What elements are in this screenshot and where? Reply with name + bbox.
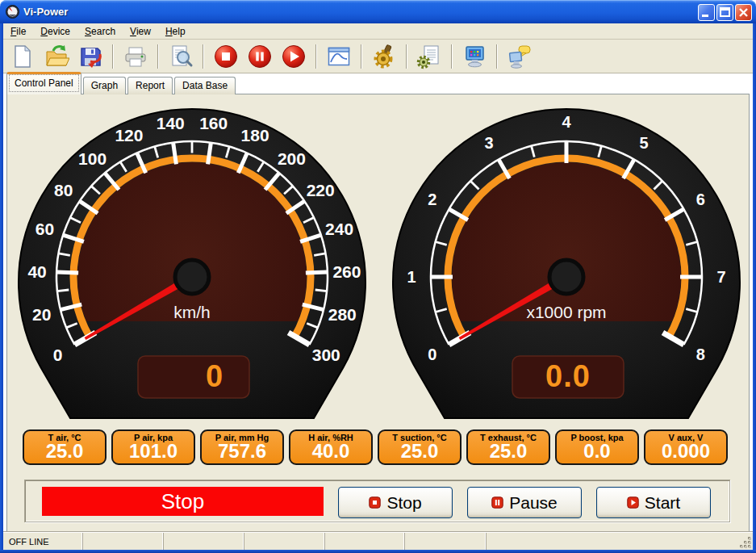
svg-text:300: 300	[312, 346, 340, 364]
toolbar-separator	[496, 44, 498, 69]
gauge-digital-display	[138, 356, 249, 398]
start-button[interactable]: Start	[596, 487, 711, 518]
gauge-display-value: 0.0	[545, 359, 591, 393]
svg-text:5: 5	[639, 134, 648, 152]
monitor-icon	[462, 44, 487, 69]
gauge-hub	[549, 260, 583, 294]
gauge-display-value: 0	[206, 359, 223, 393]
pause-record-button[interactable]	[245, 42, 274, 71]
tab-report[interactable]: Report	[127, 77, 173, 94]
svg-text:2: 2	[428, 191, 436, 208]
sensor-p-boost: P boost, kpa0.0	[555, 429, 639, 465]
pause-button-icon	[491, 496, 503, 509]
stop-button[interactable]: Stop	[338, 487, 453, 518]
status-panel	[405, 533, 487, 551]
svg-text:240: 240	[325, 220, 353, 238]
sensor-t-air: T air, °C25.0	[23, 429, 107, 465]
sensor-p-air-kpa: P air, kpa101.0	[111, 429, 195, 465]
svg-text:4: 4	[562, 113, 571, 131]
computer-chat-icon	[507, 44, 533, 69]
gauge-hub	[175, 260, 209, 294]
toolbar-separator	[406, 44, 407, 69]
menu-bar: File Device Search View Help	[3, 23, 753, 40]
print-preview-button[interactable]	[166, 42, 195, 71]
menu-file[interactable]: File	[3, 24, 33, 39]
tachometer-gauge: 012345678x1000 rpm0.0	[391, 102, 742, 425]
svg-text:180: 180	[241, 126, 269, 145]
svg-text:200: 200	[278, 149, 306, 168]
maximize-icon	[717, 5, 733, 20]
menu-search[interactable]: Search	[77, 24, 123, 39]
status-panel	[83, 533, 164, 551]
print-icon	[123, 44, 148, 69]
play-record-icon	[281, 44, 307, 69]
svg-text:6: 6	[696, 191, 705, 208]
tab-data-base[interactable]: Data Base	[174, 77, 236, 94]
sensor-readout-row: T air, °C25.0 P air, kpa101.0 P air, mm …	[23, 429, 731, 468]
remote-connection-button[interactable]	[505, 42, 534, 71]
minimize-button[interactable]	[698, 4, 715, 21]
print-button[interactable]	[121, 42, 150, 71]
close-button[interactable]	[735, 4, 752, 21]
svg-text:80: 80	[54, 181, 73, 199]
app-icon	[6, 5, 19, 19]
svg-text:140: 140	[157, 114, 185, 132]
svg-text:7: 7	[716, 268, 725, 286]
svg-text:40: 40	[27, 262, 46, 281]
gauge-unit-label: km/h	[173, 303, 211, 321]
preview-magnifier-icon	[168, 44, 194, 69]
report-settings-button[interactable]	[415, 42, 444, 71]
status-panel	[164, 533, 244, 551]
status-panel	[325, 533, 405, 551]
save-file-button[interactable]	[76, 42, 105, 71]
svg-text:60: 60	[36, 220, 54, 238]
svg-text:3: 3	[484, 134, 493, 152]
svg-text:160: 160	[199, 114, 228, 132]
app-window: Vi-Power File Device Search View Help	[0, 0, 756, 553]
menu-device[interactable]: Device	[33, 24, 77, 39]
window-title: Vi-Power	[23, 6, 68, 18]
sensor-v-aux: V aux, V0.000	[644, 429, 728, 465]
svg-text:8: 8	[696, 346, 705, 363]
graph-window-icon	[326, 44, 352, 69]
speedometer-gauge: 0204060801001201401601802002202402602803…	[16, 102, 368, 425]
open-folder-icon	[44, 44, 69, 69]
svg-text:1: 1	[407, 268, 416, 286]
maximize-button[interactable]	[716, 4, 733, 21]
tab-control-panel[interactable]: Control Panel	[6, 72, 81, 94]
toolbar-separator	[361, 44, 362, 69]
toolbar-separator	[315, 44, 317, 69]
menu-view[interactable]: View	[123, 24, 158, 39]
svg-text:0: 0	[53, 346, 63, 364]
tab-graph[interactable]: Graph	[83, 77, 126, 94]
toolbar-separator	[203, 44, 204, 69]
sensor-p-air-mmhg: P air, mm Hg757.6	[200, 429, 284, 465]
settings-button[interactable]	[370, 42, 399, 71]
pause-button[interactable]: Pause	[467, 487, 582, 518]
new-document-button[interactable]	[8, 42, 37, 71]
new-document-icon	[10, 44, 36, 69]
status-panel	[487, 533, 753, 551]
menu-help[interactable]: Help	[158, 24, 193, 39]
graph-window-button[interactable]	[324, 42, 353, 71]
stop-record-icon	[213, 44, 239, 69]
start-record-button[interactable]	[279, 42, 308, 71]
stop-record-button[interactable]	[211, 42, 240, 71]
svg-text:20: 20	[32, 305, 51, 324]
title-bar[interactable]: Vi-Power	[0, 0, 756, 23]
toolbar-separator	[112, 44, 114, 69]
open-file-button[interactable]	[42, 42, 71, 71]
start-button-icon	[627, 496, 639, 509]
resize-grip[interactable]	[741, 538, 751, 548]
svg-text:120: 120	[115, 126, 143, 145]
window-border-left	[0, 23, 3, 550]
status-banner: Stop	[42, 487, 324, 516]
sensor-t-suction: T suction, °C25.0	[378, 429, 462, 465]
minimize-icon	[699, 5, 714, 20]
display-settings-button[interactable]	[460, 42, 489, 71]
window-border-bottom	[0, 550, 756, 553]
status-connection: OFF LINE	[3, 533, 83, 551]
settings-gear-icon	[371, 44, 397, 69]
toolbar	[3, 40, 753, 73]
save-floppy-icon	[77, 44, 103, 69]
